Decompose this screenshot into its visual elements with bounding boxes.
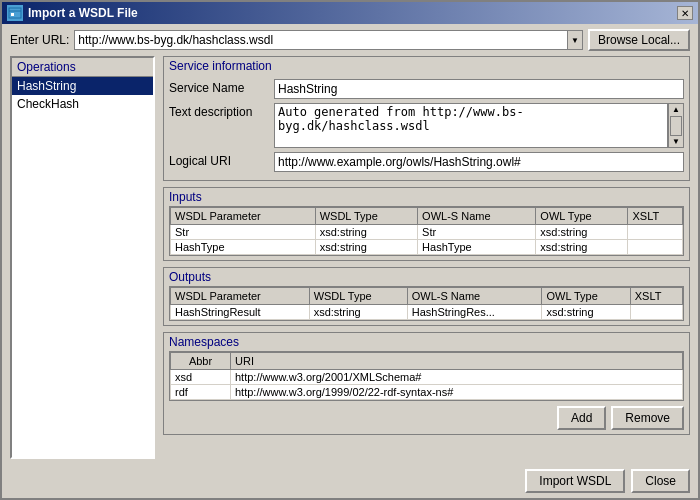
text-desc-wrapper: ▲ ▼ (274, 103, 684, 148)
namespaces-table-wrapper: Abbr URI xsd http://www.w3.org/2001/XMLS… (169, 351, 684, 401)
output-row1-type: xsd:string (309, 305, 407, 320)
ns-buttons: Add Remove (169, 406, 684, 430)
outputs-table-wrapper: WSDL Parameter WSDL Type OWL-S Name OWL … (169, 286, 684, 321)
input-row2-xslt (628, 240, 683, 255)
namespaces-header: Namespaces (164, 333, 689, 351)
outputs-col-wsdl-param: WSDL Parameter (171, 288, 310, 305)
service-info-body: Service Name Text description ▲ ▼ (164, 75, 689, 180)
inputs-col-owls-name: OWL-S Name (418, 208, 536, 225)
dialog-close-button[interactable]: Close (631, 469, 690, 493)
inputs-table-wrapper: WSDL Parameter WSDL Type OWL-S Name OWL … (169, 206, 684, 256)
scroll-down-btn[interactable]: ▼ (672, 137, 680, 146)
browse-local-button[interactable]: Browse Local... (588, 29, 690, 51)
table-row: rdf http://www.w3.org/1999/02/22-rdf-syn… (171, 385, 683, 400)
output-row1-xslt (630, 305, 682, 320)
window-title: Import a WSDL File (28, 6, 138, 20)
output-row1-owl: xsd:string (542, 305, 630, 320)
input-row1-type: xsd:string (315, 225, 417, 240)
text-desc-label: Text description (169, 103, 269, 119)
input-row1-owl: xsd:string (536, 225, 628, 240)
namespaces-body: Abbr URI xsd http://www.w3.org/2001/XMLS… (164, 351, 689, 434)
outputs-col-owls-name: OWL-S Name (407, 288, 542, 305)
outputs-table: WSDL Parameter WSDL Type OWL-S Name OWL … (170, 287, 683, 320)
ns-row1-uri: http://www.w3.org/2001/XMLSchema# (231, 370, 683, 385)
outputs-col-wsdl-type: WSDL Type (309, 288, 407, 305)
input-row1-owls: Str (418, 225, 536, 240)
operations-header: Operations (12, 58, 153, 77)
namespaces-section: Namespaces Abbr URI (163, 332, 690, 435)
service-name-input[interactable] (274, 79, 684, 99)
input-row2-param: HashType (171, 240, 316, 255)
input-row1-param: Str (171, 225, 316, 240)
namespaces-table: Abbr URI xsd http://www.w3.org/2001/XMLS… (170, 352, 683, 400)
table-row: Str xsd:string Str xsd:string (171, 225, 683, 240)
scroll-up-btn[interactable]: ▲ (672, 105, 680, 114)
inputs-col-wsdl-type: WSDL Type (315, 208, 417, 225)
title-bar-left: Import a WSDL File (7, 5, 138, 21)
logical-uri-label: Logical URI (169, 152, 269, 168)
service-name-label: Service Name (169, 79, 269, 95)
inputs-section: Inputs WSDL Parameter WSDL Type OWL-S Na… (163, 187, 690, 261)
svg-rect-2 (11, 13, 14, 16)
logical-uri-input[interactable] (274, 152, 684, 172)
inputs-col-xslt: XSLT (628, 208, 683, 225)
input-row1-xslt (628, 225, 683, 240)
url-input-wrapper: ▼ (74, 30, 583, 50)
inputs-col-wsdl-param: WSDL Parameter (171, 208, 316, 225)
table-row: HashType xsd:string HashType xsd:string (171, 240, 683, 255)
outputs-section: Outputs WSDL Parameter WSDL Type OWL-S N… (163, 267, 690, 326)
outputs-col-owl-type: OWL Type (542, 288, 630, 305)
add-button[interactable]: Add (557, 406, 606, 430)
inputs-body: WSDL Parameter WSDL Type OWL-S Name OWL … (164, 206, 689, 260)
bottom-buttons: Import WSDL Close (2, 464, 698, 498)
text-desc-row: Text description ▲ ▼ (169, 103, 684, 148)
operations-list: HashString CheckHash (12, 77, 153, 457)
inputs-col-owl-type: OWL Type (536, 208, 628, 225)
ns-col-abbr: Abbr (171, 353, 231, 370)
service-info-header: Service information (164, 57, 689, 75)
outputs-body: WSDL Parameter WSDL Type OWL-S Name OWL … (164, 286, 689, 325)
main-window: Import a WSDL File ✕ Enter URL: ▼ Browse… (0, 0, 700, 500)
textarea-scrollbar[interactable]: ▲ ▼ (668, 103, 684, 148)
import-wsdl-button[interactable]: Import WSDL (525, 469, 625, 493)
output-row1-owls: HashStringRes... (407, 305, 542, 320)
service-info-section: Service information Service Name Text de… (163, 56, 690, 181)
inputs-header: Inputs (164, 188, 689, 206)
ns-col-uri: URI (231, 353, 683, 370)
ns-row2-uri: http://www.w3.org/1999/02/22-rdf-syntax-… (231, 385, 683, 400)
operations-panel: Operations HashString CheckHash (10, 56, 155, 459)
service-name-row: Service Name (169, 79, 684, 99)
outputs-header: Outputs (164, 268, 689, 286)
title-bar: Import a WSDL File ✕ (2, 2, 698, 24)
url-label: Enter URL: (10, 33, 69, 47)
url-input[interactable] (74, 30, 567, 50)
ns-row1-abbr: xsd (171, 370, 231, 385)
close-icon[interactable]: ✕ (677, 6, 693, 20)
operations-item-checkhash[interactable]: CheckHash (12, 95, 153, 113)
table-row: xsd http://www.w3.org/2001/XMLSchema# (171, 370, 683, 385)
input-row2-owl: xsd:string (536, 240, 628, 255)
scroll-thumb (670, 116, 682, 136)
outputs-col-xslt: XSLT (630, 288, 682, 305)
input-row2-type: xsd:string (315, 240, 417, 255)
output-row1-param: HashStringResult (171, 305, 310, 320)
main-content: Operations HashString CheckHash Service … (2, 56, 698, 464)
operations-item-hashstring[interactable]: HashString (12, 77, 153, 95)
inputs-table: WSDL Parameter WSDL Type OWL-S Name OWL … (170, 207, 683, 255)
remove-button[interactable]: Remove (611, 406, 684, 430)
url-bar: Enter URL: ▼ Browse Local... (2, 24, 698, 56)
window-icon (7, 5, 23, 21)
table-row: HashStringResult xsd:string HashStringRe… (171, 305, 683, 320)
url-dropdown-btn[interactable]: ▼ (567, 30, 583, 50)
right-panel: Service information Service Name Text de… (163, 56, 690, 459)
text-desc-textarea[interactable] (274, 103, 668, 148)
input-row2-owls: HashType (418, 240, 536, 255)
svg-rect-0 (9, 8, 21, 18)
logical-uri-row: Logical URI (169, 152, 684, 172)
ns-row2-abbr: rdf (171, 385, 231, 400)
